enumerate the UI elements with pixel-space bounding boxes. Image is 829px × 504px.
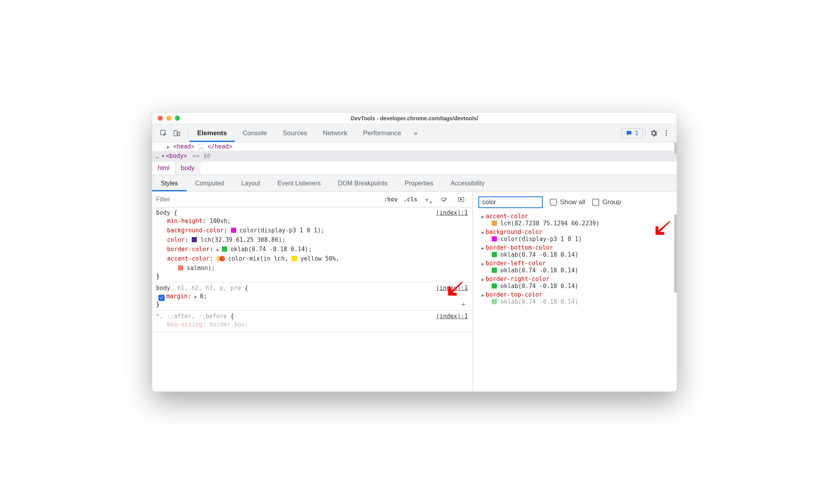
subtab-layout[interactable]: Layout — [233, 175, 269, 191]
computed-property[interactable]: ▶border-bottom-color oklab(0.74 -0.18 0.… — [478, 243, 673, 259]
more-menu-icon[interactable] — [660, 127, 672, 139]
color-swatch-icon[interactable] — [178, 265, 183, 270]
computed-property[interactable]: ▶border-left-color oklab(0.74 -0.18 0.14… — [478, 259, 673, 275]
rule-selector[interactable]: *, ::after, ::before { — [156, 313, 234, 320]
checkbox-checked-icon[interactable]: ✓ — [158, 295, 165, 301]
rendering-icon[interactable] — [455, 194, 467, 205]
computed-property[interactable]: ▶background-color color(display-p3 1 0 1… — [478, 228, 673, 243]
dom-node-head[interactable]: ▶ <head> … </head> — [152, 142, 677, 151]
color-swatch-icon[interactable] — [231, 228, 236, 233]
expand-triangle-icon[interactable]: ▶ — [216, 247, 222, 252]
rule-selector[interactable]: body { — [156, 209, 177, 216]
expand-triangle-icon[interactable]: ▶ — [482, 246, 484, 251]
dom-node-body[interactable]: … ▼ <body> == $0 — [152, 151, 677, 161]
computed-scrollbar[interactable] — [674, 214, 677, 293]
inspect-element-icon[interactable] — [158, 127, 169, 139]
dom-scrollbar[interactable] — [674, 142, 677, 154]
css-declaration[interactable]: border-color: ▶ oklab(0.74 -0.18 0.14); — [156, 245, 469, 254]
main-toolbar: Elements Console Sources Network Perform… — [152, 124, 677, 142]
devtools-window: DevTools - developer.chrome.com/tags/dev… — [152, 112, 677, 392]
maximize-window-button[interactable] — [175, 116, 180, 121]
cls-toggle[interactable]: .cls — [403, 196, 417, 203]
styles-subtabs: Styles Computed Layout Event Listeners D… — [152, 175, 677, 192]
device-toolbar-icon[interactable] — [171, 127, 183, 139]
subtab-properties[interactable]: Properties — [396, 175, 442, 191]
expand-triangle-icon[interactable]: ▶ — [167, 145, 170, 150]
rule-source-link[interactable]: (index):1 — [436, 285, 468, 292]
subtab-computed[interactable]: Computed — [187, 175, 233, 191]
show-all-checkbox[interactable]: Show all — [550, 198, 585, 206]
css-declaration-cont: salmon); — [156, 263, 469, 273]
computed-property[interactable]: ▶border-top-color oklab(0.74 -0.18 0.14) — [478, 290, 673, 306]
subtab-styles[interactable]: Styles — [152, 175, 187, 191]
close-window-button[interactable] — [158, 116, 163, 121]
css-declaration[interactable]: accent-color: color-mix(in lch, yellow 5… — [156, 254, 469, 263]
rule-close: } — [156, 273, 469, 280]
rule-source-link[interactable]: (index):1 — [436, 313, 468, 320]
tab-elements[interactable]: Elements — [189, 124, 235, 142]
dom-tree: ▶ <head> … </head> … ▼ <body> == $0 — [152, 142, 677, 161]
svg-rect-6 — [442, 198, 446, 200]
collapse-triangle-icon[interactable]: ▼ — [162, 154, 164, 159]
computed-panel: Show all Group ▶accent-color lch(82.7238… — [473, 192, 677, 392]
minimize-window-button[interactable] — [166, 116, 171, 121]
issues-badge[interactable]: 1 — [621, 128, 643, 138]
hov-toggle[interactable]: :hov — [384, 196, 398, 203]
color-swatch-icon[interactable] — [492, 252, 497, 257]
expand-triangle-icon[interactable]: ▶ — [482, 230, 484, 235]
new-style-rule-icon[interactable]: ＋◢ — [423, 194, 433, 205]
color-swatch-icon[interactable] — [492, 236, 497, 241]
styles-panel: :hov .cls ＋◢ body {(index):1min-height: … — [152, 192, 473, 392]
computed-property[interactable]: ▶border-right-color oklab(0.74 -0.18 0.1… — [478, 275, 673, 290]
computed-list: ▶accent-color lch(82.7238 75.1294 66.223… — [473, 212, 677, 392]
tab-sources[interactable]: Sources — [275, 124, 315, 142]
expand-triangle-icon[interactable]: ▶ — [195, 294, 200, 299]
ellipsis-badge[interactable]: … — [198, 144, 204, 150]
css-declaration[interactable]: background-color: color(display-p3 1 0 1… — [156, 226, 469, 235]
svg-point-3 — [665, 130, 667, 131]
computed-filter-input[interactable] — [478, 196, 543, 208]
rule-source-link[interactable]: (index):1 — [436, 209, 468, 216]
computed-property[interactable]: ▶accent-color lch(82.7238 75.1294 66.223… — [478, 212, 673, 228]
paint-flash-icon[interactable] — [438, 194, 450, 205]
css-declaration[interactable]: box-sizing: border-box; — [156, 320, 469, 329]
color-swatch-icon[interactable] — [492, 268, 497, 273]
css-declaration[interactable]: color: lch(32.39 61.25 308.86); — [156, 235, 469, 245]
expand-triangle-icon[interactable]: ▶ — [482, 293, 484, 298]
subtab-event-listeners[interactable]: Event Listeners — [269, 175, 329, 191]
css-declaration[interactable]: ✓margin: ▶ 0; — [156, 292, 469, 301]
tab-console[interactable]: Console — [235, 124, 275, 142]
crumb-body[interactable]: body — [175, 161, 200, 175]
styles-filter-input[interactable] — [156, 192, 305, 207]
tag-head-close: </head> — [207, 143, 232, 150]
color-swatch-icon[interactable] — [492, 299, 497, 304]
tag-body-open: <body> — [166, 152, 187, 160]
more-dots: … — [155, 152, 159, 160]
tabs-overflow[interactable]: » — [409, 124, 422, 142]
css-declaration[interactable]: min-height: 100vh; — [156, 216, 469, 226]
rule-selector[interactable]: body, h1, h2, h3, p, pre { — [156, 285, 248, 292]
color-swatch-icon[interactable] — [492, 221, 497, 226]
settings-icon[interactable] — [648, 127, 660, 139]
expand-triangle-icon[interactable]: ▶ — [482, 214, 484, 219]
color-swatch-icon[interactable] — [222, 247, 227, 252]
show-all-label: Show all — [560, 198, 585, 206]
style-rule: body, h1, h2, h3, p, pre {(index):1✓marg… — [152, 283, 473, 311]
expand-triangle-icon[interactable]: ▶ — [482, 277, 484, 282]
group-checkbox[interactable]: Group — [592, 198, 621, 206]
tab-performance[interactable]: Performance — [355, 124, 409, 142]
expand-triangle-icon[interactable]: ▶ — [482, 261, 484, 267]
svg-point-5 — [665, 135, 667, 136]
color-swatch-icon[interactable] — [192, 237, 197, 242]
toolbar-divider — [187, 128, 188, 138]
rule-close: } — [156, 301, 469, 308]
subtab-accessibility[interactable]: Accessibility — [442, 175, 493, 191]
color-swatch-icon[interactable] — [292, 256, 297, 261]
subtab-dom-breakpoints[interactable]: DOM Breakpoints — [329, 175, 396, 191]
crumb-html[interactable]: html — [152, 161, 175, 175]
add-declaration-icon[interactable]: ＋ — [460, 299, 467, 309]
color-swatch-icon[interactable] — [492, 283, 497, 288]
titlebar: DevTools - developer.chrome.com/tags/dev… — [152, 112, 677, 124]
color-mix-swatch-icon[interactable] — [216, 256, 224, 261]
tab-network[interactable]: Network — [315, 124, 355, 142]
